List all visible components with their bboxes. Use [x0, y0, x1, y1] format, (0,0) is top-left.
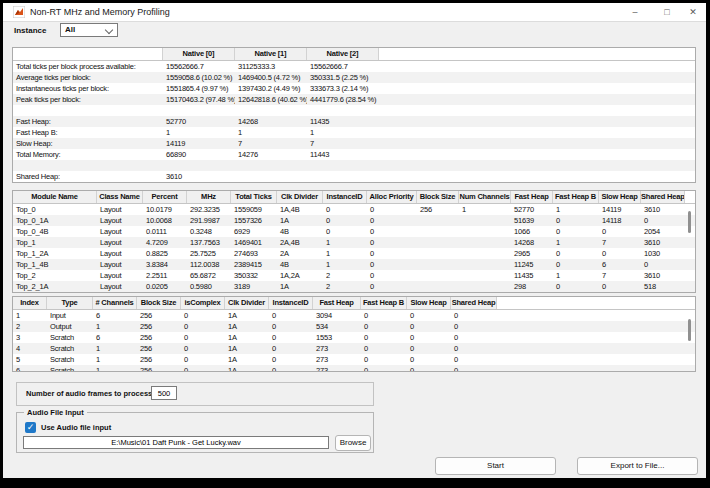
column-header[interactable]: Clk Divider: [277, 191, 323, 203]
table-cell: Top_2_1A: [13, 281, 97, 292]
column-header[interactable]: Native [2]: [307, 48, 379, 60]
column-header[interactable]: Block Size: [417, 191, 459, 203]
column-header[interactable]: Alloc Priority: [367, 191, 417, 203]
table-cell: Layout: [97, 281, 143, 292]
table-cell: 2: [323, 270, 367, 281]
table-row[interactable]: Top_0Layout10.0179292.323515590591A,4B00…: [13, 204, 695, 215]
column-header[interactable]: Fast Heap: [511, 191, 553, 203]
table-cell: Top_0_4B: [13, 226, 97, 237]
table-row[interactable]: Fast Heap B:111: [13, 127, 695, 138]
column-header[interactable]: Fast Heap B: [553, 191, 599, 203]
close-icon[interactable]: ✕: [680, 3, 706, 21]
table-cell: 2A: [277, 248, 323, 259]
export-button[interactable]: Export to File...: [577, 457, 698, 475]
table-row[interactable]: [13, 160, 695, 171]
table-cell: 4441779.6 (28.54 %): [307, 94, 379, 105]
table-cell: 1: [93, 343, 137, 354]
table-row[interactable]: 6Scratch125601A0273000: [13, 365, 695, 372]
table-cell: Total Memory:: [13, 149, 163, 160]
table-cell: 0: [451, 332, 497, 343]
title-bar: Non-RT MHz and Memory Profiling – □ ✕: [3, 3, 706, 22]
table-cell: 14268: [235, 116, 307, 127]
table-row[interactable]: 5Scratch125601A0273000: [13, 354, 695, 365]
column-header[interactable]: Slow Heap: [407, 297, 451, 309]
browse-button[interactable]: Browse: [335, 435, 371, 451]
table-cell: 6: [93, 310, 137, 321]
table-row[interactable]: 1Input625601A03094000: [13, 310, 695, 321]
audio-group-title: Audio File Input: [24, 408, 87, 417]
column-header[interactable]: Slow Heap: [599, 191, 641, 203]
vertical-scrollbar-thumb[interactable]: [688, 319, 691, 341]
column-header[interactable]: Num Channels: [459, 191, 511, 203]
column-header[interactable]: Fast Heap B: [361, 297, 407, 309]
table-cell: 4B: [277, 226, 323, 237]
column-header[interactable]: Block Size: [137, 297, 181, 309]
table-row[interactable]: Top_0_4BLayout0.01110.324869294B00106600…: [13, 226, 695, 237]
table-cell: 11443: [307, 149, 379, 160]
table-row[interactable]: Top_0_1ALayout10.0068291.998715573261A00…: [13, 215, 695, 226]
column-header[interactable]: Index: [13, 297, 47, 309]
start-button[interactable]: Start: [435, 457, 556, 475]
table-row[interactable]: Fast Heap:527701426811435: [13, 116, 695, 127]
table-row[interactable]: 2Output125601A0534000: [13, 321, 695, 332]
audio-path-input[interactable]: [23, 436, 329, 449]
table-row[interactable]: Top_2_1ALayout0.02050.598031891A20298005…: [13, 281, 695, 292]
table-cell: 3189: [231, 281, 277, 292]
table-row[interactable]: Instantaneous ticks per block:1551865.4 …: [13, 83, 695, 94]
table-cell: 0: [181, 354, 225, 365]
column-header[interactable]: Fast Heap: [313, 297, 361, 309]
column-header[interactable]: Shared Heap: [641, 191, 685, 203]
column-header[interactable]: MHz: [187, 191, 231, 203]
table-cell: [417, 270, 459, 281]
table-row[interactable]: Average ticks per block:1559058.6 (10.02…: [13, 72, 695, 83]
column-header[interactable]: Class Name: [97, 191, 143, 203]
vertical-scrollbar-thumb[interactable]: [688, 211, 691, 233]
table-cell: [459, 226, 511, 237]
table-row[interactable]: Top_1_4BLayout3.8384112.003823894154B101…: [13, 259, 695, 270]
table-cell: Input: [47, 310, 93, 321]
column-header[interactable]: Module Name: [13, 191, 97, 203]
table-row[interactable]: Top_1Layout4.7209137.756314694012A,4B101…: [13, 237, 695, 248]
column-header[interactable]: Native [1]: [235, 48, 307, 60]
column-header[interactable]: [13, 48, 163, 60]
column-header[interactable]: # Channels: [93, 297, 137, 309]
column-header[interactable]: Clk Divider: [225, 297, 269, 309]
table-row[interactable]: Total ticks per block process available:…: [13, 61, 695, 72]
table-cell: 0: [367, 215, 417, 226]
table-row[interactable]: Top_2Layout2.251165.68723503321A,2A20114…: [13, 270, 695, 281]
frames-input[interactable]: [151, 386, 177, 400]
use-audio-checkbox[interactable]: ✓: [25, 422, 36, 433]
table-row[interactable]: 3Scratch625601A01553000: [13, 332, 695, 343]
table-cell: 0: [553, 226, 599, 237]
table-row[interactable]: Shared Heap:3610: [13, 171, 695, 182]
table-cell: 0: [269, 354, 313, 365]
table-row[interactable]: 4Scratch125601A0273000: [13, 343, 695, 354]
column-header[interactable]: Percent: [143, 191, 187, 203]
module-table: Module NameClass NamePercentMHzTotal Tic…: [12, 190, 696, 293]
table-row[interactable]: Total Memory:668901427611443: [13, 149, 695, 160]
table-row[interactable]: Top_1_2ALayout0.882525.75252746932A10296…: [13, 248, 695, 259]
column-header[interactable]: Shared Heap: [451, 297, 497, 309]
column-header[interactable]: isComplex: [181, 297, 225, 309]
column-header[interactable]: InstanceID: [323, 191, 367, 203]
column-header[interactable]: Native [0]: [163, 48, 235, 60]
table-cell: 1: [13, 310, 47, 321]
instance-dropdown[interactable]: All: [60, 23, 118, 37]
table-cell: 0: [181, 310, 225, 321]
table-row[interactable]: Peak ticks per block:15170463.2 (97.48 %…: [13, 94, 695, 105]
column-header[interactable]: Type: [47, 297, 93, 309]
table-cell: 11245: [511, 259, 553, 270]
maximize-icon[interactable]: □: [654, 3, 680, 21]
column-header[interactable]: Total Ticks: [231, 191, 277, 203]
table-cell: 1A: [225, 343, 269, 354]
table-cell: 1: [323, 259, 367, 270]
table-cell: 3610: [641, 237, 685, 248]
table-row[interactable]: Slow Heap:1411977: [13, 138, 695, 149]
table-cell: 7: [599, 237, 641, 248]
minimize-icon[interactable]: –: [622, 3, 648, 21]
column-header[interactable]: InstanceID: [269, 297, 313, 309]
table-row[interactable]: [13, 105, 695, 116]
table-cell: 292.3235: [187, 204, 231, 215]
table-cell: 0: [181, 365, 225, 372]
table-cell: 0: [367, 259, 417, 270]
